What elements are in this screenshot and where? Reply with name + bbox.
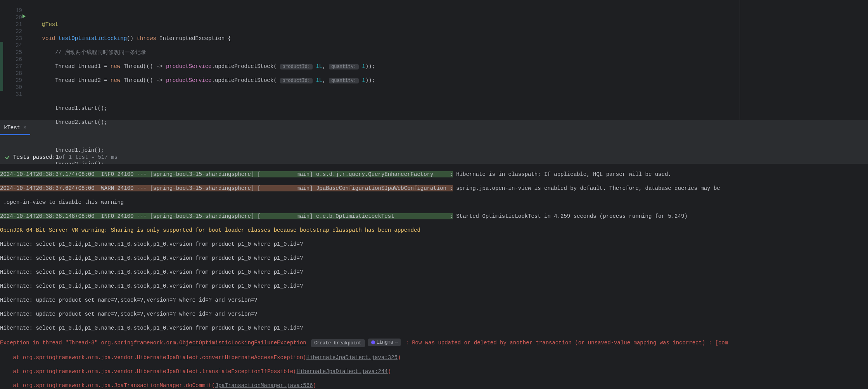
- code-text: ,: [322, 63, 329, 69]
- left-strip: [0, 0, 4, 120]
- editor-scrollbar[interactable]: [863, 0, 868, 120]
- log-text: spring.jpa.open-in-view is enabled by de…: [453, 185, 720, 191]
- line-number: [4, 0, 22, 7]
- param-hint-productid: productId:: [280, 64, 313, 69]
- exception-class-link[interactable]: ObjectOptimisticLockingFailureException: [179, 340, 306, 346]
- line-number[interactable]: 27: [4, 63, 22, 70]
- code-text: thread2.start();: [55, 119, 107, 125]
- code-text: thread1.start();: [55, 105, 107, 111]
- stacktrace-line: ): [313, 382, 316, 389]
- param-hint-quantity: quantity:: [329, 64, 359, 69]
- hibernate-log: Hibernate: select p1_0.id,p1_0.name,p1_0…: [0, 255, 303, 261]
- code-content[interactable]: @Test void testOptimisticLocking() throw…: [29, 0, 740, 120]
- line-number[interactable]: 28: [4, 70, 22, 77]
- log-text: main] o.s.d.j.r.query.QueryEnhancerFacto…: [261, 171, 453, 177]
- exception-line: Exception in thread "Thread-3" org.sprin…: [0, 340, 306, 346]
- log-line: 2024-10-14T20:38:38.148+08:00 INFO 24100…: [0, 213, 453, 219]
- log-text: main] JpaBaseConfiguration$JpaWebConfigu…: [261, 185, 453, 191]
- code-text: thread1.join();: [55, 147, 104, 153]
- line-number[interactable]: 29: [4, 77, 22, 84]
- line-number[interactable]: 21: [4, 21, 22, 28]
- log-text: Started OptimisticLockTest in 4.259 seco…: [453, 213, 688, 219]
- line-number[interactable]: 30: [4, 84, 22, 91]
- stacktrace-line: at org.springframework.orm.jpa.JpaTransa…: [0, 382, 215, 389]
- exception-message: : Row was updated or deleted by another …: [405, 340, 705, 346]
- stacktrace-link[interactable]: HibernateJpaDialect.java:244: [297, 368, 388, 375]
- log-text: 2024-10-14T20:38:37.624+08:00 WARN 24100…: [0, 185, 261, 191]
- code-text: Thread(() ->: [120, 63, 166, 69]
- stacktrace-link[interactable]: HibernateJpaDialect.java:325: [306, 354, 398, 361]
- console-output[interactable]: 2024-10-14T20:38:37.174+08:00 INFO 24100…: [0, 164, 868, 389]
- hibernate-log: Hibernate: select p1_0.id,p1_0.name,p1_0…: [0, 241, 303, 247]
- param-hint-quantity: quantity:: [329, 78, 359, 83]
- hibernate-log: Hibernate: select p1_0.id,p1_0.name,p1_0…: [0, 325, 303, 331]
- lingma-badge[interactable]: Lingma→: [368, 339, 401, 346]
- log-text: 2024-10-14T20:38:37.174+08:00 INFO 24100…: [0, 171, 261, 177]
- stacktrace-link[interactable]: JpaTransactionManager.java:566: [215, 382, 313, 389]
- line-number[interactable]: 19: [4, 7, 22, 14]
- annotation: @Test: [42, 21, 59, 28]
- create-breakpoint-badge[interactable]: Create breakpoint: [311, 339, 365, 347]
- param-hint-productid: productId:: [280, 78, 313, 83]
- log-line-warn: 2024-10-14T20:38:37.624+08:00 WARN 24100…: [0, 185, 453, 191]
- keyword-new: new: [111, 77, 120, 83]
- vcs-change-marker: [0, 42, 3, 91]
- hibernate-log: Hibernate: select p1_0.id,p1_0.name,p1_0…: [0, 283, 303, 289]
- code-text: Thread thread1 =: [55, 63, 111, 69]
- code-text: InterruptedException {: [159, 35, 231, 42]
- line-number[interactable]: 24: [4, 42, 22, 49]
- keyword-throws: throws: [137, 35, 159, 42]
- line-number[interactable]: 26: [4, 56, 22, 63]
- line-number-gutter[interactable]: 19 20 21 22 23 24 25 26 27 28 29 30 31: [4, 0, 29, 120]
- log-text: .open-in-view to disable this warning: [0, 199, 124, 205]
- exception-tail: : [com: [705, 340, 728, 346]
- line-number[interactable]: 20: [4, 14, 22, 21]
- code-text: Thread(() ->: [120, 77, 166, 83]
- lingma-label: Lingma: [377, 339, 393, 346]
- line-number[interactable]: 31: [4, 91, 22, 98]
- code-text: Thread thread2 =: [55, 77, 111, 83]
- code-editor[interactable]: 19 20 21 22 23 24 25 26 27 28 29 30 31 @…: [0, 0, 868, 120]
- code-text: ,: [322, 77, 329, 83]
- line-number[interactable]: 23: [4, 35, 22, 42]
- log-text: main] c.c.b.OptimisticLockTest :: [261, 213, 453, 219]
- hibernate-log: Hibernate: update product set name=?,sto…: [0, 297, 258, 303]
- keyword-new: new: [111, 63, 120, 69]
- code-text: .updateProductStock(: [212, 77, 280, 83]
- stacktrace-line: ): [398, 354, 401, 361]
- field-ref: productService: [166, 77, 212, 83]
- number-literal: 1L: [313, 77, 322, 83]
- code-text: .updateProductStock(: [212, 63, 280, 69]
- stacktrace-line: at org.springframework.orm.jpa.vendor.Hi…: [0, 354, 306, 361]
- number-literal: 1L: [313, 63, 322, 69]
- number-literal: 1: [359, 77, 365, 83]
- number-literal: 1: [359, 63, 365, 69]
- field-ref: productService: [166, 63, 212, 69]
- line-number-text: 20: [16, 14, 22, 21]
- line-number[interactable]: 25: [4, 49, 22, 56]
- log-text: 2024-10-14T20:38:38.148+08:00 INFO 24100…: [0, 213, 261, 219]
- run-test-icon[interactable]: [22, 14, 26, 19]
- hibernate-log: Hibernate: select p1_0.id,p1_0.name,p1_0…: [0, 269, 303, 275]
- check-icon: [5, 155, 10, 160]
- jdk-warning: OpenJDK 64-Bit Server VM warning: Sharin…: [0, 227, 420, 233]
- stacktrace-line: at org.springframework.orm.jpa.vendor.Hi…: [0, 368, 297, 375]
- method-name: testOptimisticLocking: [59, 35, 127, 42]
- close-icon[interactable]: ×: [23, 125, 26, 131]
- exception-prefix: Exception in thread "Thread-3" org.sprin…: [0, 340, 179, 346]
- right-panel: [740, 0, 868, 120]
- log-text: Hibernate is in classpath; If applicable…: [453, 171, 671, 177]
- tab-active-indicator: [0, 134, 30, 135]
- arrow-icon: →: [395, 339, 398, 346]
- line-number[interactable]: 22: [4, 28, 22, 35]
- code-text: (): [127, 35, 137, 42]
- tab-ktest[interactable]: kTest ×: [0, 120, 30, 135]
- keyword-void: void: [42, 35, 59, 42]
- hibernate-log: Hibernate: update product set name=?,sto…: [0, 311, 258, 317]
- comment: // 启动两个线程同时修改同一条记录: [55, 49, 146, 56]
- log-line: 2024-10-14T20:38:37.174+08:00 INFO 24100…: [0, 171, 453, 177]
- stacktrace-line: ): [388, 368, 391, 375]
- code-text: ));: [365, 63, 375, 69]
- tab-label: kTest: [4, 125, 20, 131]
- lingma-icon: [371, 340, 375, 344]
